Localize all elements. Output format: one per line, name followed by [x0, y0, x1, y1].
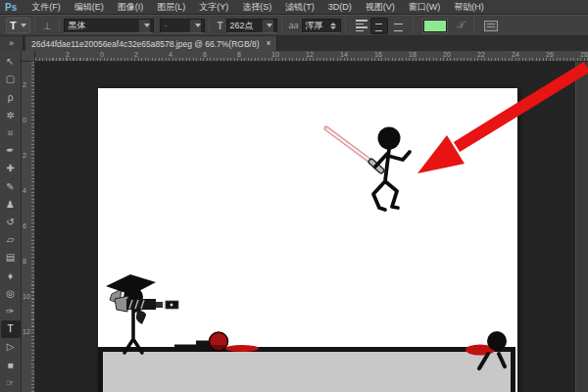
v-ruler-number: 0 [23, 117, 26, 123]
warp-text-icon[interactable]: 𝒯 [458, 20, 466, 31]
tool-path-select-icon[interactable]: ▷ [1, 338, 21, 356]
document-title: 26d44fdae11e20056eaf4c32e65a8578.jpeg @ … [31, 39, 260, 49]
menu-文件[interactable]: 文件(F) [24, 0, 68, 15]
chevron-down-icon [21, 24, 26, 27]
tool-options-bar: T ⊥ 黑体 - T 262点 aa 浑厚 [0, 15, 588, 36]
h-ruler-number: 24 [512, 51, 519, 58]
h-ruler-number: 12 [306, 51, 314, 58]
menu-items: 文件(F)编辑(E)图像(I)图层(L)文字(Y)选择(S)滤镜(T)3D(D)… [24, 0, 491, 15]
tool-clone-stamp-icon[interactable]: ♟ [1, 196, 21, 214]
font-size-value: 262点 [230, 20, 254, 32]
h-ruler-number: 10 [271, 51, 279, 58]
vertical-ruler: 2024681012 [22, 62, 35, 392]
horizontal-ruler: 20246810121416182022242628 [35, 51, 588, 62]
anti-alias-value: 浑厚 [306, 20, 323, 32]
h-ruler-number: 0 [100, 51, 104, 58]
font-style-select[interactable]: - [160, 19, 205, 33]
tool-marquee-icon[interactable]: ▢ [1, 71, 21, 88]
v-ruler-number: 2 [23, 81, 26, 88]
menu-文字[interactable]: 文字(Y) [192, 0, 235, 15]
workspace [35, 62, 588, 392]
tool-hand-icon[interactable]: ☞ [1, 374, 21, 392]
text-tool-preset[interactable]: T [6, 18, 30, 33]
tool-gradient-icon[interactable]: ▤ [1, 249, 21, 267]
tool-eyedropper-icon[interactable]: ✒ [1, 142, 21, 160]
divider [413, 18, 414, 33]
h-ruler-number: 28 [580, 51, 588, 58]
panel-dock-strip [575, 62, 588, 392]
jumping-stickman [326, 127, 410, 211]
tool-dodge-icon[interactable]: ◎ [1, 285, 21, 303]
align-center-button[interactable] [370, 18, 388, 34]
rifle [115, 296, 178, 324]
font-style-value: - [164, 21, 167, 30]
photoshop-logo: Ps [0, 2, 24, 13]
font-size-icon: T [217, 21, 222, 31]
h-ruler-number: 16 [374, 51, 382, 58]
collapse-dock-button[interactable]: » [0, 36, 24, 51]
tools-palette: ↖▢ρ✲⌗✒✚✎♟↺▱▤♦◎✑T▷■☞ [0, 51, 22, 392]
h-ruler-number: 26 [546, 51, 554, 58]
text-tool-icon: T [10, 20, 17, 31]
chevron-down-icon[interactable] [189, 20, 201, 32]
align-left-button[interactable] [353, 18, 370, 34]
photoshop-window: Ps 文件(F)编辑(E)图像(I)图层(L)文字(Y)选择(S)滤镜(T)3D… [0, 0, 588, 392]
tool-brush-icon[interactable]: ✎ [1, 177, 21, 195]
menu-窗口[interactable]: 窗口(W) [402, 0, 448, 15]
font-family-select[interactable]: 黑体 [64, 19, 154, 33]
jumper-head [378, 127, 401, 150]
menu-bar: Ps 文件(F)编辑(E)图像(I)图层(L)文字(Y)选择(S)滤镜(T)3D… [0, 0, 588, 15]
tool-lasso-icon[interactable]: ρ [1, 88, 21, 106]
tool-pen-icon[interactable]: ✑ [1, 303, 21, 320]
tool-blur-icon[interactable]: ♦ [1, 267, 21, 284]
document-tab[interactable]: 26d44fdae11e20056eaf4c32e65a8578.jpeg @ … [25, 36, 277, 51]
lightsaber [326, 128, 381, 171]
spinner-icon[interactable] [330, 23, 337, 29]
v-ruler-number: 6 [23, 222, 26, 229]
tool-crop-icon[interactable]: ⌗ [1, 124, 21, 142]
red-ball [210, 332, 228, 351]
menu-编辑[interactable]: 编辑(E) [68, 0, 111, 15]
menu-帮助[interactable]: 帮助(H) [447, 0, 491, 15]
h-ruler-number: 8 [237, 51, 241, 58]
close-icon[interactable]: × [267, 39, 271, 48]
tool-eraser-icon[interactable]: ▱ [1, 231, 21, 249]
h-ruler-number: 14 [340, 51, 348, 58]
tool-healing-brush-icon[interactable]: ✚ [1, 160, 21, 177]
tool-history-brush-icon[interactable]: ↺ [1, 214, 21, 231]
h-ruler-number: 18 [409, 51, 416, 58]
blood-smear [225, 345, 259, 352]
tool-magic-wand-icon[interactable]: ✲ [1, 107, 21, 124]
v-ruler-number: 10 [23, 293, 30, 300]
h-ruler-number: 2 [66, 51, 70, 58]
v-ruler-number: 2 [23, 152, 26, 159]
h-ruler-number: 20 [443, 51, 451, 58]
divider [345, 18, 346, 33]
tool-shape-icon[interactable]: ■ [1, 356, 21, 373]
tool-move-icon[interactable]: ↖ [1, 53, 21, 71]
document-tab-bar: » 26d44fdae11e20056eaf4c32e65a8578.jpeg … [0, 36, 588, 51]
tool-type-icon[interactable]: T [1, 320, 21, 338]
text-orientation-icon[interactable]: ⊥ [43, 21, 52, 31]
chevron-down-icon[interactable] [262, 20, 273, 32]
divider [281, 18, 282, 33]
v-ruler-number: 8 [23, 258, 26, 265]
menu-视图[interactable]: 视图(V) [359, 0, 402, 15]
menu-图层[interactable]: 图层(L) [150, 0, 192, 15]
font-size-select[interactable]: 262点 [226, 19, 277, 33]
divider [473, 18, 474, 33]
menu-图像[interactable]: 图像(I) [111, 0, 151, 15]
h-ruler-number: 22 [477, 51, 485, 58]
text-color-swatch[interactable] [423, 20, 447, 32]
anti-alias-select[interactable]: 浑厚 [302, 19, 341, 33]
h-ruler-number: 2 [134, 51, 138, 58]
align-right-button[interactable] [388, 18, 406, 34]
menu-选择[interactable]: 选择(S) [235, 0, 278, 15]
ruler-origin-corner [22, 51, 35, 62]
chevron-down-icon[interactable] [138, 20, 150, 32]
document-canvas[interactable] [98, 88, 517, 392]
menu-3D[interactable]: 3D(D) [321, 0, 359, 15]
toggle-panels-icon[interactable] [484, 21, 498, 31]
menu-滤镜[interactable]: 滤镜(T) [278, 0, 321, 15]
divider [34, 18, 35, 33]
